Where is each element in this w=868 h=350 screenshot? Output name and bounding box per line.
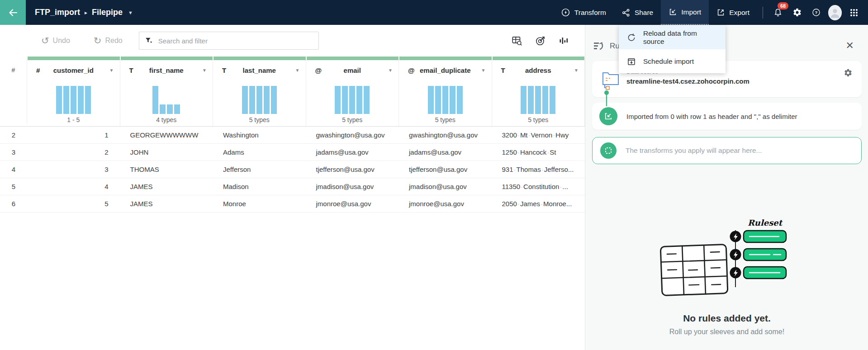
ruleset-illustration: Ruleset: [658, 219, 796, 303]
column-menu-caret-icon[interactable]: ▼: [481, 68, 486, 73]
cell-last_name[interactable]: Madison: [213, 178, 306, 195]
histogram-bar: [271, 86, 277, 114]
histogram-bar: [256, 86, 262, 114]
menu-item-reload-data[interactable]: Reload data from source: [619, 25, 726, 49]
redo-icon: ↻: [94, 36, 102, 46]
table-row[interactable]: 32JOHNAdamsjadams@usa.govjadams@usa.gov1…: [0, 144, 585, 161]
table-row[interactable]: 43THOMASJeffersontjefferson@usa.govtjeff…: [0, 161, 585, 178]
column-strip-bar: [399, 57, 492, 60]
column-menu-caret-icon[interactable]: ▼: [109, 68, 114, 73]
breadcrumb: FTP_import ▸ Filepipe ▼: [35, 8, 133, 17]
row-index-histogram-spacer: [0, 80, 27, 123]
column-menu-caret-icon[interactable]: ▼: [574, 68, 579, 73]
column-name: first_name: [149, 66, 184, 74]
column-strip-bar: [121, 57, 213, 60]
redo-button[interactable]: ↻ Redo: [91, 36, 125, 46]
data-grid: ##customer_id▼Tfirst_name▼Tlast_name▼@em…: [0, 57, 585, 213]
column-histogram-email_duplicate[interactable]: 5 types: [399, 80, 492, 126]
menu-item-schedule-import[interactable]: Schedule import: [619, 49, 726, 73]
rule-connector-line: [602, 90, 611, 106]
column-histogram-first_name[interactable]: 4 types: [120, 80, 213, 126]
whitespace-dot: ·: [541, 166, 544, 173]
cell-email[interactable]: gwashington@usa.gov: [306, 127, 399, 143]
undo-button[interactable]: ↺ Undo: [38, 36, 73, 46]
cell-email_duplicate[interactable]: jmadison@usa.gov: [399, 178, 492, 195]
column-histogram-last_name[interactable]: 5 types: [213, 80, 306, 126]
notifications-button[interactable]: 68: [768, 0, 787, 25]
column-menu-caret-icon[interactable]: ▼: [295, 68, 300, 73]
cell-customer_id[interactable]: 3: [27, 161, 120, 178]
cell-first_name[interactable]: JAMES: [120, 178, 213, 195]
column-menu-caret-icon[interactable]: ▼: [388, 68, 393, 73]
breadcrumb-project[interactable]: FTP_import: [35, 8, 80, 17]
cell-last_name[interactable]: Monroe: [213, 195, 306, 212]
cell-email_duplicate[interactable]: jadams@usa.gov: [399, 144, 492, 161]
export-button[interactable]: Export: [709, 0, 757, 25]
rule-step-bolts: [730, 231, 741, 279]
column-header-address[interactable]: Taddress▼: [492, 60, 585, 80]
cell-first_name[interactable]: JOHN: [120, 144, 213, 161]
table-row[interactable]: 54JAMESMadisonjmadison@usa.govjmadison@u…: [0, 178, 585, 195]
cell-email[interactable]: jadams@usa.gov: [306, 144, 399, 161]
transform-button[interactable]: Transform: [553, 0, 614, 25]
import-rule-card[interactable]: Imported from 0 with row 1 as header and…: [592, 103, 862, 130]
column-header-email[interactable]: @email▼: [306, 60, 399, 80]
import-button[interactable]: Import: [661, 0, 709, 25]
row-number: 3: [0, 144, 27, 161]
column-header-email_duplicate[interactable]: @email_duplicate▼: [399, 60, 492, 80]
cell-first_name[interactable]: THOMAS: [120, 161, 213, 178]
histogram-bar: [174, 104, 180, 114]
column-histogram-address[interactable]: 5 types: [492, 80, 585, 126]
breadcrumb-dataset[interactable]: Filepipe: [92, 8, 123, 17]
share-button[interactable]: Share: [614, 0, 661, 25]
help-button[interactable]: ?: [806, 0, 825, 25]
cell-address[interactable]: 11350·Constitution·...: [492, 178, 585, 195]
cell-last_name[interactable]: Washington: [213, 127, 306, 143]
transforms-placeholder-text: The transforms you apply will appear her…: [626, 147, 762, 155]
column-name: customer_id: [53, 66, 94, 74]
cell-last_name[interactable]: Jefferson: [213, 161, 306, 178]
column-header-customer_id[interactable]: #customer_id▼: [27, 60, 120, 80]
cell-email_duplicate[interactable]: tjefferson@usa.gov: [399, 161, 492, 178]
column-header-last_name[interactable]: Tlast_name▼: [213, 60, 306, 80]
cell-email[interactable]: tjefferson@usa.gov: [306, 161, 399, 178]
settings-button[interactable]: [787, 0, 806, 25]
column-histogram-customer_id[interactable]: 1 - 5: [27, 80, 120, 126]
table-row[interactable]: 21GEORGEWWWWWWWashingtongwashington@usa.…: [0, 127, 585, 144]
cell-address[interactable]: 931·Thomas·Jefferso...: [492, 161, 585, 178]
cell-address[interactable]: 3200·Mt·Vernon·Hwy: [492, 127, 585, 143]
column-stats-icon[interactable]: [558, 35, 569, 46]
cell-email_duplicate[interactable]: jmonroe@usa.gov: [399, 195, 492, 212]
cell-customer_id[interactable]: 5: [27, 195, 120, 212]
column-headers: ##customer_id▼Tfirst_name▼Tlast_name▼@em…: [0, 60, 585, 80]
cell-email[interactable]: jmonroe@usa.gov: [306, 195, 399, 212]
column-strip: [213, 57, 306, 60]
column-histogram-email[interactable]: 5 types: [306, 80, 399, 126]
cell-address[interactable]: 1250·Hancock·St: [492, 144, 585, 161]
histogram-bar: [264, 86, 270, 114]
cell-customer_id[interactable]: 2: [27, 144, 120, 161]
cell-email_duplicate[interactable]: gwashington@usa.gov: [399, 127, 492, 143]
user-avatar[interactable]: [825, 0, 844, 25]
cell-customer_id[interactable]: 1: [27, 127, 120, 143]
table-row[interactable]: 65JAMESMonroejmonroe@usa.govjmonroe@usa.…: [0, 195, 585, 213]
cell-email[interactable]: jmadison@usa.gov: [306, 178, 399, 195]
close-panel-icon[interactable]: ✕: [843, 40, 857, 51]
data-source-value: streamline-test4.csez.zohocorpin.com: [626, 77, 749, 85]
back-button[interactable]: [0, 0, 26, 25]
cell-first_name[interactable]: GEORGEWWWWWW: [120, 127, 213, 143]
cell-customer_id[interactable]: 4: [27, 178, 120, 195]
target-quality-icon[interactable]: [535, 35, 546, 47]
histogram-bar: [550, 86, 555, 114]
histogram-bars: [152, 86, 180, 114]
search-input[interactable]: [157, 37, 313, 45]
column-header-first_name[interactable]: Tfirst_name▼: [120, 60, 213, 80]
cell-address[interactable]: 2050·James·Monroe...: [492, 195, 585, 212]
column-menu-caret-icon[interactable]: ▼: [202, 68, 207, 73]
apps-grid-button[interactable]: [844, 0, 863, 25]
data-preview-icon[interactable]: [511, 35, 523, 47]
data-source-settings-icon[interactable]: [844, 68, 853, 77]
cell-first_name[interactable]: JAMES: [120, 195, 213, 212]
cell-last_name[interactable]: Adams: [213, 144, 306, 161]
histogram-bar: [521, 86, 526, 114]
